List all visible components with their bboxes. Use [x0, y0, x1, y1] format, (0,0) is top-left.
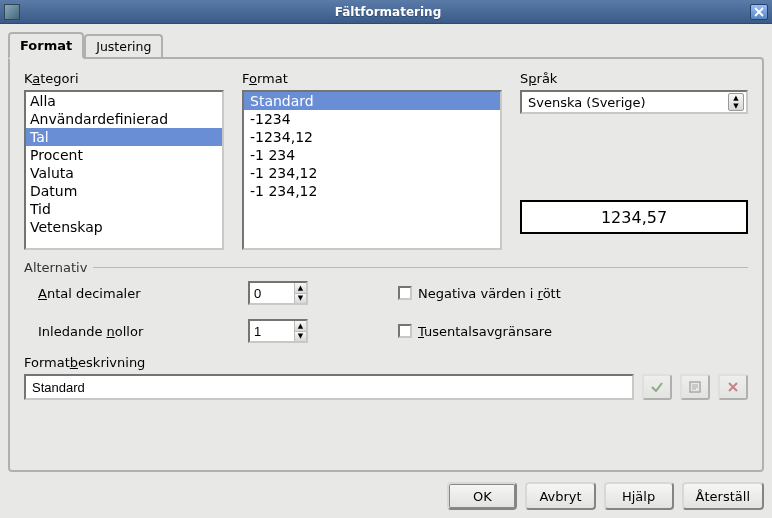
close-icon [754, 7, 764, 17]
top-row: Kategori AllaAnvändardefinieradTalProcen… [24, 71, 748, 250]
tab-label: Format [20, 38, 72, 53]
category-label: Kategori [24, 71, 224, 86]
category-column: Kategori AllaAnvändardefinieradTalProcen… [24, 71, 224, 250]
tab-format[interactable]: Format [8, 32, 84, 59]
leading-zeros-spinner[interactable]: ▲▼ [248, 319, 308, 343]
list-item[interactable]: Datum [26, 182, 222, 200]
decimals-label: Antal decimaler [38, 286, 248, 301]
chevron-up-icon[interactable]: ▲ [729, 94, 743, 102]
list-item[interactable]: -1 234,12 [244, 182, 500, 200]
format-code-label: Formatbeskrivning [24, 355, 748, 370]
combo-spinner[interactable]: ▲ ▼ [728, 93, 744, 111]
chevron-up-icon[interactable]: ▲ [295, 283, 306, 294]
title-bar: Fältformatering [0, 0, 772, 24]
apply-code-button[interactable] [642, 374, 672, 400]
preview-value: 1234,57 [601, 208, 667, 227]
list-item[interactable]: -1 234 [244, 146, 500, 164]
list-item[interactable]: Alla [26, 92, 222, 110]
decimals-input[interactable] [250, 283, 294, 303]
list-item[interactable]: Användardefinierad [26, 110, 222, 128]
list-item[interactable]: Tal [26, 128, 222, 146]
remove-code-button[interactable] [718, 374, 748, 400]
checkbox-label: Tusentalsavgränsare [418, 324, 552, 339]
tab-justering[interactable]: Justering [84, 34, 163, 57]
button-label: Återställ [696, 489, 750, 504]
checkbox-box [398, 286, 412, 300]
preview-box: 1234,57 [520, 200, 748, 234]
list-item[interactable]: -1234,12 [244, 128, 500, 146]
close-button[interactable] [750, 4, 768, 20]
list-item[interactable]: Tid [26, 200, 222, 218]
decimals-spinner[interactable]: ▲▼ [248, 281, 308, 305]
list-item[interactable]: Valuta [26, 164, 222, 182]
leading-zeros-input[interactable] [250, 321, 294, 341]
checkbox-box [398, 324, 412, 338]
note-code-button[interactable] [680, 374, 710, 400]
category-listbox[interactable]: AllaAnvändardefinieradTalProcentValutaDa… [24, 90, 224, 250]
cancel-button[interactable]: Avbryt [525, 482, 595, 510]
thousand-sep-checkbox[interactable]: Tusentalsavgränsare [398, 324, 748, 339]
options-frame-label: Alternativ [24, 260, 748, 275]
tab-page-format: Kategori AllaAnvändardefinieradTalProcen… [8, 57, 764, 472]
list-item[interactable]: -1234 [244, 110, 500, 128]
button-label: Hjälp [622, 489, 655, 504]
check-icon [650, 380, 664, 394]
list-item[interactable]: -1 234,12 [244, 164, 500, 182]
chevron-up-icon[interactable]: ▲ [295, 321, 306, 332]
tab-label: Justering [96, 39, 151, 54]
negative-red-checkbox[interactable]: Negativa värden i rött [398, 286, 748, 301]
list-item[interactable]: Vetenskap [26, 218, 222, 236]
chevron-down-icon[interactable]: ▼ [295, 294, 306, 304]
language-label: Språk [520, 71, 748, 86]
leading-zeros-label: Inledande nollor [38, 324, 248, 339]
button-label: OK [473, 489, 492, 504]
chevron-down-icon[interactable]: ▼ [729, 102, 743, 110]
window-title: Fältformatering [26, 5, 750, 19]
format-code-row [24, 374, 748, 400]
note-icon [688, 380, 702, 394]
ok-button[interactable]: OK [447, 482, 517, 510]
button-bar: OK Avbryt Hjälp Återställ [8, 482, 764, 510]
language-value: Svenska (Sverige) [528, 95, 728, 110]
format-label: Format [242, 71, 502, 86]
options-grid: Antal decimaler ▲▼ Negativa värden i röt… [24, 281, 748, 343]
button-label: Avbryt [539, 489, 581, 504]
language-combo[interactable]: Svenska (Sverige) ▲ ▼ [520, 90, 748, 114]
list-item[interactable]: Standard [244, 92, 500, 110]
chevron-down-icon[interactable]: ▼ [295, 332, 306, 342]
checkbox-label: Negativa värden i rött [418, 286, 561, 301]
reset-button[interactable]: Återställ [682, 482, 764, 510]
tab-strip: Format Justering [8, 30, 764, 57]
x-icon [726, 380, 740, 394]
app-icon [4, 4, 20, 20]
list-item[interactable]: Procent [26, 146, 222, 164]
help-button[interactable]: Hjälp [604, 482, 674, 510]
format-listbox[interactable]: Standard-1234-1234,12-1 234-1 234,12-1 2… [242, 90, 502, 250]
format-code-input[interactable] [24, 374, 634, 400]
format-column: Format Standard-1234-1234,12-1 234-1 234… [242, 71, 502, 250]
options-frame: Alternativ Antal decimaler ▲▼ Negativa v… [24, 260, 748, 343]
window-body: Format Justering Kategori AllaAnvändarde… [0, 24, 772, 518]
right-column: Språk Svenska (Sverige) ▲ ▼ 1234,57 [520, 71, 748, 234]
